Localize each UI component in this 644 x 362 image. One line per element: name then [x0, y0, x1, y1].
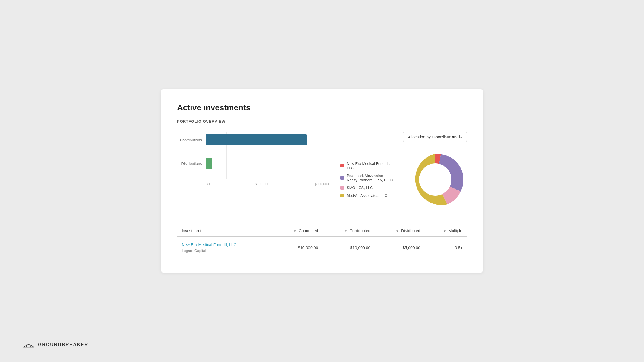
axis-label-0: $0: [206, 182, 210, 186]
groundbreaker-logo-icon: [23, 341, 34, 348]
investment-name[interactable]: New Era Medical Fund III, LLC: [182, 242, 268, 247]
sort-arrow-contributed: ▼: [344, 230, 347, 233]
contributions-bar: [206, 134, 307, 145]
axis-label-100k: $100,000: [255, 182, 269, 186]
investment-sub: Lugaro Capital: [182, 249, 206, 253]
col-distributed-label: Distributed: [401, 228, 420, 233]
col-investment: Investment: [177, 225, 272, 237]
col-multiple-label: Multiple: [448, 228, 462, 233]
table-header-row: Investment ▼ Committed ▼ Contributed ▼ D…: [177, 225, 467, 237]
contributions-bar-row: Contributions: [177, 134, 329, 145]
legend-item-3: MedVet Associates, LLC: [340, 193, 394, 198]
col-multiple[interactable]: ▼ Multiple: [425, 225, 467, 237]
col-contributed-label: Contributed: [350, 228, 370, 233]
main-card: Active investments PORTFOLIO OVERVIEW: [161, 89, 483, 273]
cell-investment: New Era Medical Fund III, LLC Lugaro Cap…: [177, 237, 272, 259]
donut-section: Allocation by Contribution ⇅ New Era Med…: [340, 132, 467, 211]
dropdown-prefix: Allocation by: [408, 135, 431, 139]
bar-chart-section: Contributions Distributions: [177, 132, 329, 189]
allocation-dropdown[interactable]: Allocation by Contribution ⇅: [403, 132, 467, 142]
legend-item-0: New Era Medical Fund III, LLC: [340, 161, 394, 170]
table-row: New Era Medical Fund III, LLC Lugaro Cap…: [177, 237, 467, 259]
chart-area: Contributions Distributions: [177, 132, 467, 211]
legend-label-0: New Era Medical Fund III, LLC: [347, 161, 394, 170]
sort-arrow-multiple: ▼: [443, 230, 446, 233]
sort-arrow-committed: ▼: [294, 230, 296, 233]
donut-chart: [404, 148, 467, 211]
legend-dot-3: [340, 194, 344, 197]
distributions-bar-row: Distributions: [177, 158, 329, 169]
col-committed[interactable]: ▼ Committed: [272, 225, 323, 237]
col-investment-label: Investment: [182, 228, 201, 233]
legend-dot-2: [340, 186, 344, 190]
sort-arrow-distributed: ▼: [396, 230, 399, 233]
legend-label-3: MedVet Associates, LLC: [347, 193, 387, 198]
legend: New Era Medical Fund III, LLC Pearlmark …: [340, 161, 394, 198]
col-contributed[interactable]: ▼ Contributed: [323, 225, 375, 237]
dropdown-arrow-icon: ⇅: [458, 134, 462, 140]
legend-dot-0: [340, 164, 344, 167]
page-title: Active investments: [177, 103, 467, 112]
legend-item-1: Pearlmark Mezzanine Realty Partners GP V…: [340, 174, 394, 182]
distributions-label: Distributions: [177, 161, 206, 166]
cell-multiple: 0.5x: [425, 237, 467, 259]
investments-table: Investment ▼ Committed ▼ Contributed ▼ D…: [177, 225, 467, 259]
legend-label-2: SMO - CS, LLC: [347, 186, 373, 190]
contributions-label: Contributions: [177, 138, 206, 142]
section-label: PORTFOLIO OVERVIEW: [177, 119, 467, 124]
col-committed-label: Committed: [299, 228, 318, 233]
legend-label-1: Pearlmark Mezzanine Realty Partners GP V…: [347, 174, 394, 182]
cell-contributed: $10,000.00: [323, 237, 375, 259]
donut-hole: [419, 163, 451, 196]
cell-committed: $10,000.00: [272, 237, 323, 259]
axis-label-200k: $200,000: [315, 182, 329, 186]
col-distributed[interactable]: ▼ Distributed: [375, 225, 425, 237]
page-wrapper: Active investments PORTFOLIO OVERVIEW: [0, 0, 644, 362]
cell-distributed: $5,000.00: [375, 237, 425, 259]
footer: GROUNDBREAKER: [23, 341, 88, 348]
legend-item-2: SMO - CS, LLC: [340, 186, 394, 190]
donut-and-legend: New Era Medical Fund III, LLC Pearlmark …: [340, 148, 467, 211]
dropdown-value: Contribution: [432, 135, 457, 139]
legend-dot-1: [340, 176, 344, 180]
footer-brand-label: GROUNDBREAKER: [38, 342, 88, 347]
distributions-bar: [206, 158, 212, 169]
